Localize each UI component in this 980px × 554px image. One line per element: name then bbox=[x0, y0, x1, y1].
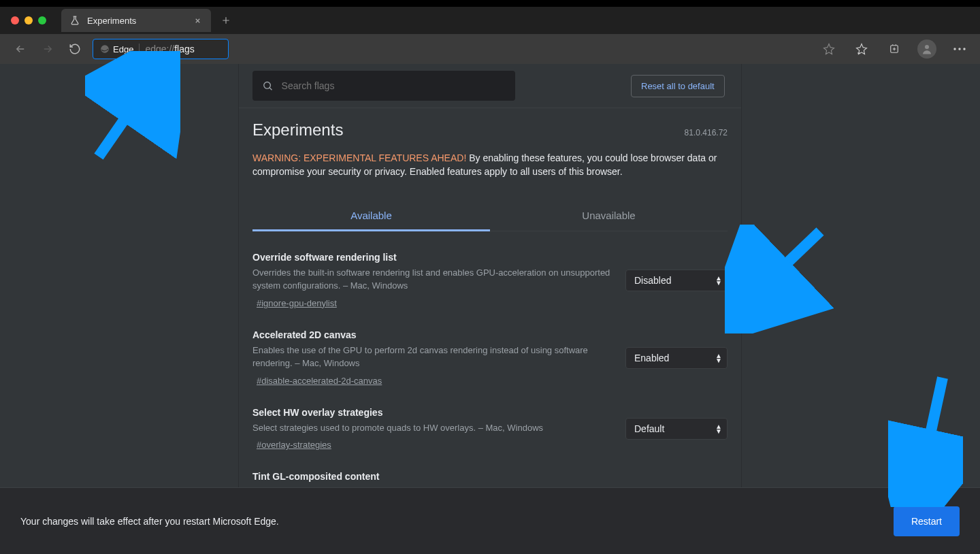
favorites-icon[interactable] bbox=[849, 37, 874, 61]
flag-item: Override software rendering listOverride… bbox=[252, 231, 728, 309]
address-bar[interactable]: Edge edge://flags bbox=[93, 39, 229, 59]
page-title: Experiments bbox=[252, 120, 343, 140]
forward-button[interactable] bbox=[35, 37, 60, 61]
restart-message: Your changes will take effect after you … bbox=[20, 516, 279, 527]
flag-title: Select HW overlay strategies bbox=[252, 407, 612, 418]
flag-select[interactable]: Default bbox=[625, 418, 728, 440]
reset-all-button[interactable]: Reset all to default bbox=[631, 75, 725, 97]
close-tab-icon[interactable] bbox=[192, 15, 203, 26]
tab-unavailable[interactable]: Unavailable bbox=[490, 201, 728, 231]
browser-window: Experiments Edge edge://flags bbox=[0, 7, 980, 554]
url-page: flags bbox=[174, 44, 195, 54]
svg-point-4 bbox=[958, 48, 960, 50]
flag-description: Select strategies used to promote quads … bbox=[252, 422, 612, 435]
address-separator bbox=[139, 44, 140, 54]
svg-point-6 bbox=[264, 82, 271, 88]
tab-title: Experiments bbox=[87, 16, 136, 26]
window-minimize-button[interactable] bbox=[24, 16, 33, 25]
flags-panel: Reset all to default Experiments 81.0.41… bbox=[238, 64, 742, 554]
profile-avatar[interactable] bbox=[915, 37, 939, 61]
warning-text: WARNING: EXPERIMENTAL FEATURES AHEAD! By… bbox=[252, 152, 728, 178]
svg-point-2 bbox=[925, 45, 929, 49]
toolbar-right bbox=[817, 37, 972, 61]
content-outer: Reset all to default Experiments 81.0.41… bbox=[0, 64, 980, 554]
version-text: 81.0.416.72 bbox=[685, 128, 728, 137]
svg-point-3 bbox=[953, 48, 956, 50]
restart-bar: Your changes will take effect after you … bbox=[0, 487, 980, 554]
flag-select[interactable]: Disabled bbox=[625, 270, 728, 291]
flag-item: Select HW overlay strategiesSelect strat… bbox=[252, 387, 728, 451]
flask-icon bbox=[69, 15, 80, 26]
flag-link[interactable]: #overlay-strategies bbox=[257, 440, 331, 450]
more-menu-icon[interactable] bbox=[947, 37, 972, 61]
flag-title: Accelerated 2D canvas bbox=[252, 329, 612, 340]
traffic-lights bbox=[5, 16, 52, 25]
tab-available[interactable]: Available bbox=[252, 201, 490, 231]
flag-title: Tint GL-composited content bbox=[252, 471, 612, 482]
search-flags-field[interactable] bbox=[252, 71, 515, 101]
back-button[interactable] bbox=[8, 37, 33, 61]
window-close-button[interactable] bbox=[11, 16, 19, 25]
tab-strip: Experiments bbox=[0, 7, 980, 34]
svg-point-5 bbox=[963, 48, 965, 50]
flag-title: Override software rendering list bbox=[252, 252, 612, 263]
favorite-star-icon[interactable] bbox=[817, 37, 841, 61]
search-input[interactable] bbox=[282, 80, 506, 91]
flag-item: Accelerated 2D canvasEnables the use of … bbox=[252, 309, 728, 387]
refresh-button[interactable] bbox=[63, 37, 87, 61]
flag-link[interactable]: #ignore-gpu-denylist bbox=[257, 298, 337, 308]
url-scheme: edge:// bbox=[145, 44, 174, 54]
toolbar: Edge edge://flags bbox=[0, 34, 980, 64]
flag-link[interactable]: #disable-accelerated-2d-canvas bbox=[257, 376, 382, 386]
flag-select[interactable]: Enabled bbox=[625, 347, 728, 369]
new-tab-button[interactable] bbox=[216, 11, 235, 30]
window-maximize-button[interactable] bbox=[38, 16, 46, 25]
restart-button[interactable]: Restart bbox=[894, 506, 960, 536]
site-identity-badge: Edge bbox=[100, 44, 133, 54]
macos-menubar bbox=[0, 0, 980, 7]
collections-icon[interactable] bbox=[882, 37, 906, 61]
flag-description: Overrides the built-in software renderin… bbox=[252, 267, 612, 293]
flag-description: Enables the use of the GPU to perform 2d… bbox=[252, 344, 612, 370]
browser-tab[interactable]: Experiments bbox=[61, 9, 211, 32]
site-identity-label: Edge bbox=[113, 44, 133, 54]
warning-label: WARNING: EXPERIMENTAL FEATURES AHEAD! bbox=[252, 152, 466, 163]
search-icon bbox=[262, 80, 274, 92]
